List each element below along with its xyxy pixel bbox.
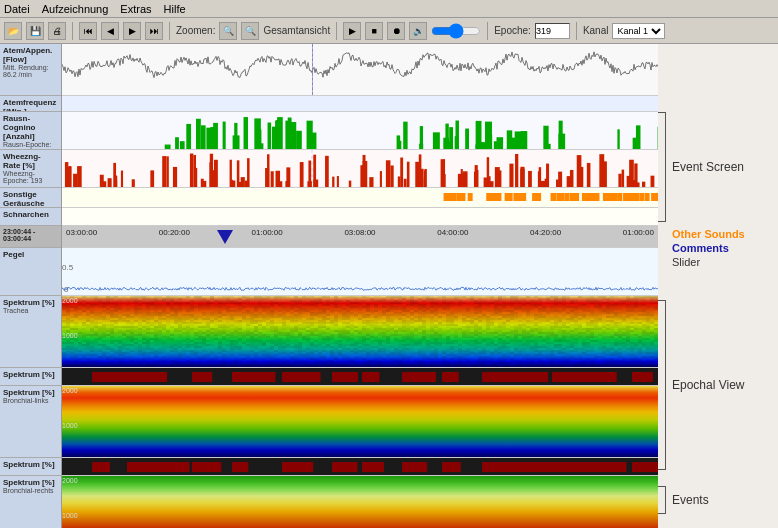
toolbar: 📂 💾 🖨 ⏮ ◀ ▶ ⏭ Zoomen: 🔍 🔍 Gesamtansicht … (0, 18, 778, 44)
toolbar-sep-2 (169, 22, 170, 40)
main-area: Atem/Appen. [Flow] Mitt. Rendung: 86.2 /… (0, 44, 778, 528)
time-4: 04:00:00 (437, 228, 468, 237)
comments-label: Comments (672, 242, 729, 254)
eeg-waveform (62, 44, 658, 96)
spectrum2-event-bars (62, 458, 658, 476)
red-bars (62, 150, 658, 188)
spectrum1-visual (62, 296, 658, 368)
atemfrequenz-waveform (62, 96, 658, 112)
label-timeline: 23:00:44 - 03:00:44 (0, 226, 61, 248)
zoom-in-button[interactable]: 🔍 (219, 22, 237, 40)
label-eeg: Atem/Appen. [Flow] Mitt. Rendung: 86.2 /… (0, 44, 61, 96)
label-spectrum3: Spektrum [%] Bronchial-rechts (0, 476, 61, 528)
toolbar-icon-2[interactable]: 💾 (26, 22, 44, 40)
kanal-select[interactable]: Kanal 1 (612, 23, 665, 39)
menu-aufzeichnung[interactable]: Aufzeichnung (42, 3, 109, 15)
gesamtansicht-label: Gesamtansicht (263, 25, 330, 36)
label-sonstige: Sonstige Geräusche (0, 188, 61, 208)
other-sounds-section: Other Sounds (658, 226, 778, 240)
label-spectrum2b: Spektrum [%] (0, 458, 61, 476)
mute-button[interactable]: 🔊 (409, 22, 427, 40)
orange-bars (62, 188, 658, 208)
atemfrequenz-track (62, 96, 658, 112)
toolbar-icon-7[interactable]: ⏭ (145, 22, 163, 40)
zoom-label: Zoomen: (176, 25, 215, 36)
sonstige-track (62, 188, 658, 208)
toolbar-sep-4 (487, 22, 488, 40)
stop-button[interactable]: ■ (365, 22, 383, 40)
time-3: 03:08:00 (344, 228, 375, 237)
pegel-waveform (62, 248, 658, 296)
toolbar-icon-4[interactable]: ⏮ (79, 22, 97, 40)
menu-extras[interactable]: Extras (120, 3, 151, 15)
time-6: 01:00:00 (623, 228, 654, 237)
label-spectrum1b: Spektrum [%] (0, 368, 61, 386)
other-sounds-label: Other Sounds (672, 228, 745, 240)
menu-hilfe[interactable]: Hilfe (164, 3, 186, 15)
comments-section: Comments (658, 240, 778, 254)
time-0: 03:00:00 (66, 228, 97, 237)
label-wheezing: Wheezng-Rate [%] Wheezng-Epoche: 193 (0, 150, 61, 188)
time-5: 04:20:00 (530, 228, 561, 237)
labels-column: Atem/Appen. [Flow] Mitt. Rendung: 86.2 /… (0, 44, 62, 528)
timeline-cursor (217, 230, 233, 244)
time-1: 00:20:00 (159, 228, 190, 237)
label-pegel: Pegel (0, 248, 61, 296)
tracks-column: 03:00:00 00:20:00 01:00:00 03:08:00 04:0… (62, 44, 658, 528)
toolbar-icon-5[interactable]: ◀ (101, 22, 119, 40)
toolbar-icon-1[interactable]: 📂 (4, 22, 22, 40)
pegel-track (62, 248, 658, 296)
record-button[interactable]: ⏺ (387, 22, 405, 40)
epoch-label: Epoche: (494, 25, 531, 36)
toolbar-sep-3 (336, 22, 337, 40)
schnarchen-track (62, 208, 658, 226)
events-label: Events (672, 493, 709, 507)
events-brace (658, 486, 666, 514)
toolbar-sep-1 (72, 22, 73, 40)
label-spectrum2: Spektrum [%] Bronchial-links (0, 386, 61, 458)
spectrum1-track: 2000 1000 (62, 296, 658, 368)
epoch-input[interactable] (535, 23, 570, 39)
epochal-view-brace (658, 300, 666, 470)
events-section: Events (658, 482, 778, 518)
green-bars (62, 112, 658, 150)
spectrum3-yaxis: 2000 1000 (62, 476, 87, 528)
toolbar-icon-3[interactable]: 🖨 (48, 22, 66, 40)
zoom-out-button[interactable]: 🔍 (241, 22, 259, 40)
spectrum2-events (62, 458, 658, 476)
rausnco-track (62, 112, 658, 150)
timeline-track[interactable]: 03:00:00 00:20:00 01:00:00 03:08:00 04:0… (62, 226, 658, 248)
label-schnarchen: Schnarchen (0, 208, 61, 226)
time-2: 01:00:00 (252, 228, 283, 237)
timeline-labels: 03:00:00 00:20:00 01:00:00 03:08:00 04:0… (62, 228, 658, 237)
spectrum1-events (62, 368, 658, 386)
event-screen-brace (658, 112, 666, 222)
label-rausnco: Rausn-Cognino [Anzahl] Rausn-Epoche: 193 (0, 112, 61, 150)
right-panel: Event Screen Other Sounds Comments Slide… (658, 44, 778, 528)
eeg-track (62, 44, 658, 96)
spectrum3-track: 2000 1000 (62, 476, 658, 528)
spectrum1-yaxis: 2000 1000 (62, 296, 87, 367)
epochal-view-label: Epochal View (672, 378, 745, 392)
label-spectrum1: Spektrum [%] Trachea (0, 296, 61, 368)
label-atemfrequenz: Atemfrequenz [/Min.] (0, 96, 61, 112)
volume-slider[interactable] (431, 25, 481, 37)
slider-label: Slider (672, 256, 700, 268)
epochal-view-section: Epochal View (658, 296, 778, 474)
event-screen-label: Event Screen (672, 160, 744, 174)
event-screen-section: Event Screen (658, 104, 778, 226)
menu-datei[interactable]: Datei (4, 3, 30, 15)
spectrum2-track: 2000 1000 (62, 386, 658, 458)
tracks-area: Atem/Appen. [Flow] Mitt. Rendung: 86.2 /… (0, 44, 658, 528)
kanal-label: Kanal (583, 25, 609, 36)
toolbar-sep-5 (576, 22, 577, 40)
toolbar-icon-6[interactable]: ▶ (123, 22, 141, 40)
play-button[interactable]: ▶ (343, 22, 361, 40)
spectrum2-yaxis: 2000 1000 (62, 386, 87, 457)
slider-section: Slider (658, 254, 778, 276)
wheezing-track (62, 150, 658, 188)
menubar: Datei Aufzeichnung Extras Hilfe (0, 0, 778, 18)
spectrum1-event-bars (62, 368, 658, 386)
